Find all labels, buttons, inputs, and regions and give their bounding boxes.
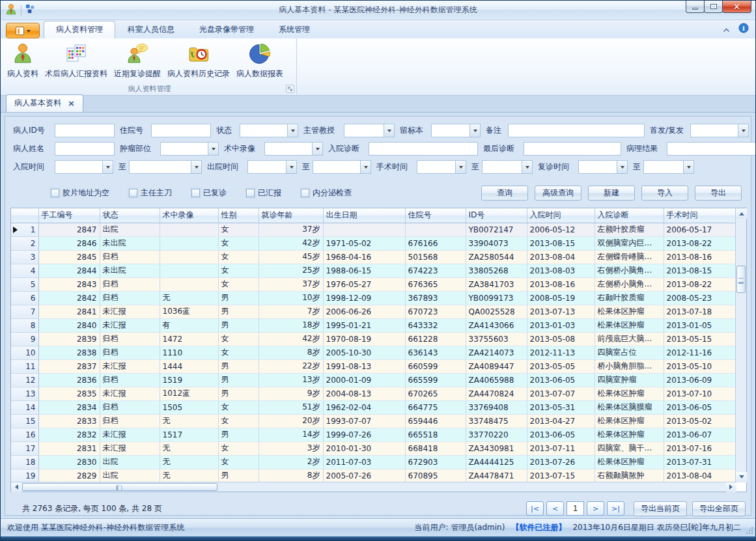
- table-row[interactable]: 62842归档无男10岁1998-12-09367893YB0099173200…: [11, 291, 736, 305]
- menu-tab-4[interactable]: 系统管理: [266, 21, 322, 38]
- scroll-up-icon[interactable]: [736, 208, 747, 219]
- checkbox-box[interactable]: [301, 189, 309, 197]
- table-row[interactable]: 122836归档1519男13岁2000-01-09665599ZA406598…: [11, 373, 736, 387]
- column-header-状态[interactable]: 状态: [100, 208, 160, 223]
- row-number-cell[interactable]: 7: [11, 305, 38, 318]
- table-row[interactable]: 22846未出院女42岁1971-05-02676166339040732013…: [11, 236, 736, 250]
- filter-input-入院诊断[interactable]: [369, 142, 478, 156]
- ribbon-button-1[interactable]: 病人资料: [4, 41, 42, 81]
- row-number-cell[interactable]: 4: [11, 264, 38, 277]
- column-header-入院诊断[interactable]: 入院诊断: [595, 208, 664, 223]
- table-row[interactable]: 172831未汇报无女3岁2010-01-30668418ZA343098120…: [11, 441, 736, 455]
- table-row[interactable]: 92839归档1472女42岁1970-08-19661228337556032…: [11, 332, 736, 346]
- menu-tab-1[interactable]: 病人资料管理: [44, 21, 115, 38]
- info-icon[interactable]: i: [738, 23, 749, 36]
- horizontal-scroll-thumb[interactable]: [22, 483, 217, 491]
- table-row[interactable]: 42844未出院女25岁1988-06-15674223338052682013…: [11, 264, 736, 277]
- column-header-出生日期[interactable]: 出生日期: [323, 208, 405, 223]
- collapse-ribbon-icon[interactable]: [722, 23, 731, 36]
- export-current-page-button[interactable]: 导出当前页: [634, 501, 687, 516]
- combo-dropdown-icon[interactable]: [738, 124, 748, 137]
- filter-combo-出院时间[interactable]: [247, 160, 297, 174]
- combo-dropdown-icon[interactable]: [522, 161, 532, 173]
- table-row[interactable]: 72841未汇报1036蓝男7岁2006-06-26670723QA002552…: [11, 305, 736, 318]
- column-header-术中录像[interactable]: 术中录像: [160, 208, 218, 223]
- ribbon-button-4[interactable]: 病人资料历史记录: [164, 41, 233, 81]
- combo-dropdown-icon[interactable]: [191, 161, 201, 173]
- checkbox-box[interactable]: [246, 189, 255, 197]
- column-header-就诊年龄[interactable]: 就诊年龄: [259, 208, 323, 223]
- filter-combo-入院时间[interactable]: [55, 160, 113, 174]
- scroll-right-icon[interactable]: [726, 482, 736, 492]
- page-number-input[interactable]: [567, 501, 584, 516]
- last-page-button[interactable]: >|: [607, 501, 624, 516]
- checkbox-box[interactable]: [51, 189, 59, 197]
- registered-link[interactable]: 【软件已注册】: [511, 522, 566, 533]
- row-number-cell[interactable]: 19: [11, 469, 38, 482]
- filter-input-最后诊断[interactable]: [524, 142, 621, 156]
- row-number-cell[interactable]: 6: [11, 291, 38, 305]
- action-button-高级查询[interactable]: 高级查询: [535, 186, 581, 201]
- row-number-cell[interactable]: 17: [11, 441, 38, 455]
- next-page-button[interactable]: >: [587, 501, 604, 516]
- maximize-button[interactable]: [704, 1, 723, 13]
- filter-combo-复诊时间[interactable]: [578, 160, 628, 174]
- combo-dropdown-icon[interactable]: [469, 124, 480, 137]
- combo-dropdown-icon[interactable]: [102, 161, 113, 173]
- vertical-scrollbar[interactable]: [735, 208, 746, 482]
- table-row[interactable]: 182830出院无女2岁2011-07-03672903ZA4444125201…: [11, 455, 736, 469]
- checkbox-已汇报[interactable]: 已汇报: [246, 187, 281, 199]
- table-row[interactable]: 152833归档无女20岁1993-07-0765944633748475201…: [11, 414, 736, 428]
- column-header-手术时间[interactable]: 手术时间: [664, 208, 736, 223]
- filter-combo-至[interactable]: [313, 160, 371, 174]
- app-menu-button[interactable]: [6, 23, 40, 38]
- filter-combo-肿瘤部位[interactable]: [160, 142, 219, 156]
- table-row[interactable]: 112837未汇报1444男22岁1991-08-13660599ZA40894…: [11, 359, 736, 373]
- minimize-button[interactable]: [686, 1, 705, 13]
- row-number-cell[interactable]: 12: [11, 373, 38, 387]
- table-row[interactable]: 102838归档1110女8岁2005-10-30636143ZA4214073…: [11, 346, 736, 359]
- table-row[interactable]: 192829出院无男8岁2005-07-26670895ZA4478471201…: [11, 469, 736, 482]
- resize-grip[interactable]: [746, 527, 753, 534]
- checkbox-box[interactable]: [191, 189, 200, 197]
- column-header-手工编号[interactable]: 手工编号: [38, 208, 100, 223]
- menu-tab-3[interactable]: 光盘录像带管理: [187, 21, 266, 38]
- filter-input-病理结果[interactable]: [667, 142, 756, 156]
- filter-combo-至[interactable]: [482, 160, 533, 174]
- column-header-indicator[interactable]: [11, 208, 38, 223]
- combo-dropdown-icon[interactable]: [287, 124, 298, 137]
- row-number-cell[interactable]: 16: [11, 428, 38, 441]
- row-number-cell[interactable]: 1: [11, 223, 38, 236]
- scroll-down-icon[interactable]: [736, 472, 747, 482]
- vertical-scroll-thumb[interactable]: [736, 266, 746, 293]
- row-number-cell[interactable]: 10: [11, 346, 38, 359]
- checkbox-胶片地址为空[interactable]: 胶片地址为空: [51, 187, 109, 199]
- row-number-cell[interactable]: 8: [11, 318, 38, 332]
- filter-combo-手术时间[interactable]: [417, 160, 466, 174]
- filter-combo-至[interactable]: [643, 160, 694, 174]
- filter-combo-术中录像[interactable]: [264, 142, 323, 156]
- row-number-cell[interactable]: 13: [11, 387, 38, 400]
- table-row[interactable]: 52843归档女37岁1976-05-27676365ZA38417032013…: [11, 277, 736, 291]
- row-number-cell[interactable]: 5: [11, 277, 38, 291]
- table-row[interactable]: 82840未汇报有男18岁1995-01-21643332ZA414306620…: [11, 318, 736, 332]
- action-button-新建[interactable]: 新建: [588, 186, 635, 201]
- menu-tab-2[interactable]: 科室人员信息: [115, 21, 187, 38]
- table-row[interactable]: 162832未汇报1517男14岁1999-07-266655183377022…: [11, 428, 736, 441]
- filter-input-住院号[interactable]: [151, 124, 211, 137]
- combo-dropdown-icon[interactable]: [286, 161, 296, 173]
- combo-dropdown-icon[interactable]: [617, 161, 627, 173]
- column-header-性别[interactable]: 性别: [218, 208, 259, 223]
- filter-combo-主管教授[interactable]: [344, 124, 395, 137]
- filter-input-备注[interactable]: [508, 124, 645, 137]
- tab-close-icon[interactable]: ×: [68, 99, 75, 107]
- row-number-cell[interactable]: 18: [11, 455, 38, 469]
- horizontal-scrollbar[interactable]: [11, 482, 736, 492]
- checkbox-内分泌检查[interactable]: 内分泌检查: [301, 187, 352, 199]
- filter-combo-至[interactable]: [129, 160, 202, 174]
- row-number-cell[interactable]: 9: [11, 332, 38, 346]
- action-button-导入[interactable]: 导入: [641, 186, 688, 201]
- combo-dropdown-icon[interactable]: [384, 124, 394, 137]
- checkbox-已复诊[interactable]: 已复诊: [191, 187, 227, 199]
- table-row[interactable]: 12847出院女37岁YB00721472006-05-12左额叶胶质瘤2006…: [11, 223, 736, 236]
